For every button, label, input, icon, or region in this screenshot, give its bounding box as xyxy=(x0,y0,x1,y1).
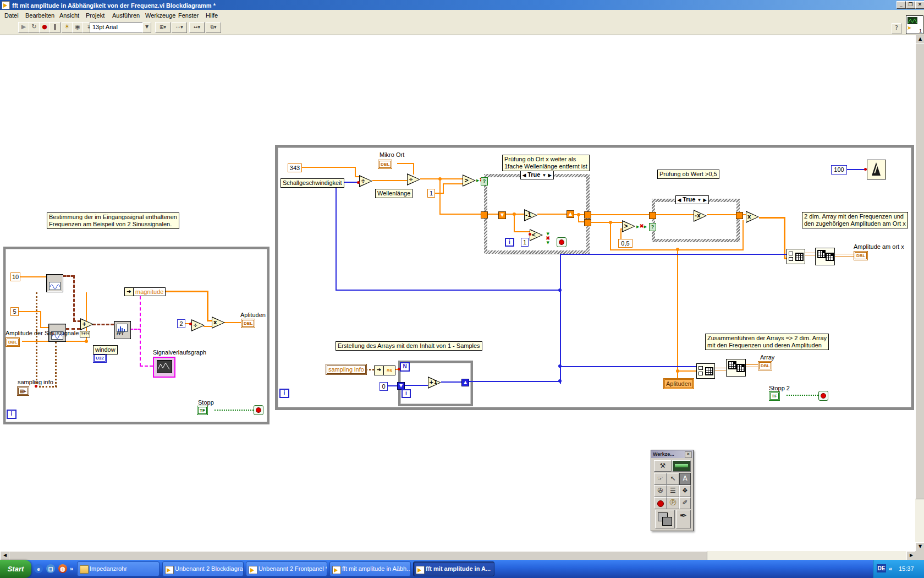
iteration-terminal-inner[interactable]: i xyxy=(505,238,514,247)
sampling-info-local-variable[interactable]: sampling info xyxy=(326,364,367,375)
align-objects-dropdown[interactable]: ⊞▾ xyxy=(155,22,170,33)
vi-icon[interactable]: ➤ 1 xyxy=(906,15,923,34)
decrement-node[interactable]: -1 xyxy=(524,209,537,221)
position-select-tool[interactable]: ↖ xyxy=(667,473,679,485)
increment-node[interactable]: +1 xyxy=(428,377,441,389)
menu-projekt[interactable]: Projekt xyxy=(84,11,107,20)
probe-tool[interactable]: Ⓟ xyxy=(667,497,679,509)
taskbar-button-unbenannt2-frontpanel[interactable]: Unbenannt 2 Frontpanel * xyxy=(246,561,327,576)
menu-bearbeiten[interactable]: Bearbeiten xyxy=(23,11,57,20)
menu-ansicht[interactable]: Ansicht xyxy=(57,11,81,20)
transpose-array-node-2[interactable] xyxy=(726,359,746,377)
abort-button[interactable]: ● xyxy=(39,22,50,33)
resize-objects-dropdown[interactable]: ↔▾ xyxy=(189,22,205,33)
menu-fenster[interactable]: Fenster xyxy=(176,11,201,20)
multiply-node-right[interactable]: x xyxy=(746,211,759,223)
unbundle-samples-field[interactable]: #s xyxy=(383,366,395,375)
conditional-terminal-inner[interactable] xyxy=(557,237,566,247)
divide-node-2[interactable]: ÷ xyxy=(407,173,420,186)
unbundle-arrow-icon[interactable]: ➔ xyxy=(124,287,134,296)
shift-register-left[interactable]: ▼ xyxy=(498,211,506,219)
build-array-node-2[interactable] xyxy=(696,363,715,379)
wait-ms-multiple-icon[interactable] xyxy=(867,160,886,179)
connect-wire-tool[interactable]: ✇ xyxy=(654,485,667,497)
language-indicator[interactable]: DE xyxy=(877,564,886,572)
case1-selector[interactable]: ◀ True ▼ ▶ xyxy=(520,171,554,179)
build-array-node-1[interactable] xyxy=(787,249,805,264)
distribute-objects-dropdown[interactable]: ⋯▾ xyxy=(172,22,187,33)
taskbar-button-impedanzrohr[interactable]: Impedanzrohr xyxy=(77,561,160,576)
quick-launch-desktop-icon[interactable]: ◻ xyxy=(46,564,55,573)
menu-datei[interactable]: Datei xyxy=(2,11,21,20)
for-shift-register-right[interactable]: ▲ xyxy=(461,379,469,386)
greater-node-2[interactable]: > xyxy=(622,220,635,232)
add-node[interactable]: + xyxy=(80,318,94,330)
case-prev-icon[interactable]: ◀ xyxy=(522,173,526,178)
case-prev-icon[interactable]: ◀ xyxy=(678,198,681,203)
for-shift-register-left[interactable]: ▼ xyxy=(397,382,405,390)
aplituden-dbl-indicator[interactable]: DBL xyxy=(241,319,255,328)
less-node[interactable]: < xyxy=(530,229,543,241)
case-next-icon[interactable]: ▶ xyxy=(703,198,707,203)
case-drop-icon[interactable]: ▼ xyxy=(542,173,547,178)
quick-launch-browser-icon[interactable]: ◍ xyxy=(58,564,67,573)
menu-hilfe[interactable]: Hilfe xyxy=(204,11,220,20)
reorder-dropdown[interactable]: ⧉▾ xyxy=(206,22,221,33)
scroll-hand-tool[interactable]: ❖ xyxy=(679,485,691,497)
menu-werkzeuge[interactable]: Werkzeuge xyxy=(143,11,178,20)
pause-button[interactable]: ‖ xyxy=(50,22,61,33)
aplituden-local-variable[interactable]: Aplituden xyxy=(663,378,694,389)
operate-value-tool[interactable]: ☞ xyxy=(654,473,667,485)
edit-text-tool[interactable]: A xyxy=(679,473,691,485)
auto-tool-led[interactable] xyxy=(672,460,691,472)
set-color-tool[interactable] xyxy=(655,510,675,528)
count-terminal-N[interactable]: N xyxy=(400,362,410,372)
highlight-execution-button[interactable]: ☀ xyxy=(62,22,73,33)
constant-10[interactable]: 10 xyxy=(10,272,20,281)
palette-close-icon[interactable]: ✕ xyxy=(685,451,692,458)
stopp2-tf-terminal[interactable]: TF xyxy=(769,391,780,401)
close-button[interactable]: ✕ xyxy=(915,1,924,9)
iteration-terminal-right[interactable]: i xyxy=(279,389,289,398)
menu-ausfuehren[interactable]: Ausführen xyxy=(110,11,142,20)
case1-input-tunnel[interactable] xyxy=(481,211,488,219)
vertical-scroll-thumb[interactable] xyxy=(915,43,924,499)
shift-register-right[interactable]: ▲ xyxy=(566,210,574,218)
case1-output-tunnel-b[interactable] xyxy=(584,219,591,226)
mikro-ort-dbl-terminal[interactable]: DBL xyxy=(378,160,392,169)
multiply-node-left[interactable]: x xyxy=(212,317,225,329)
breakpoint-tool[interactable] xyxy=(654,497,667,509)
minimize-button[interactable]: _ xyxy=(897,1,906,9)
paintbrush-tool[interactable]: ✒ xyxy=(676,510,691,528)
iteration-terminal-for[interactable]: i xyxy=(402,389,411,398)
case-drop-icon[interactable]: ▼ xyxy=(697,198,702,203)
case2-selector-terminal[interactable]: ? xyxy=(649,223,656,231)
stopp-tf-terminal[interactable]: TF xyxy=(197,406,208,415)
quick-launch-overflow[interactable]: » xyxy=(70,564,73,573)
retain-wire-values-button[interactable]: ◉ xyxy=(72,22,83,33)
shortcut-menu-tool[interactable]: ☰ xyxy=(667,485,679,497)
negate-node[interactable]: -x xyxy=(694,210,707,222)
magnitude-field[interactable]: magnitude xyxy=(133,287,166,296)
window-u32-terminal[interactable]: U32 xyxy=(93,353,107,363)
restore-button[interactable]: ❐ xyxy=(906,1,915,9)
case2-input-tunnel[interactable] xyxy=(649,212,656,219)
get-color-tool[interactable]: ✐ xyxy=(679,497,691,509)
tray-chevron[interactable]: « xyxy=(889,564,892,573)
waveform-graph-terminal[interactable] xyxy=(153,357,175,378)
start-button[interactable]: Start xyxy=(0,560,31,578)
title-bar[interactable]: fft mit amplitude in Aäbhängikeit von de… xyxy=(0,0,924,10)
conditional-terminal-left[interactable] xyxy=(254,405,263,415)
constant-1[interactable]: 1 xyxy=(427,189,435,198)
greater-node-1[interactable]: > xyxy=(463,175,476,187)
conditional-terminal-right[interactable] xyxy=(818,391,828,401)
taskbar-button-unbenannt2-blockdiagramm[interactable]: Unbenannt 2 Blockdiagra... xyxy=(162,561,244,576)
constant-5[interactable]: 5 xyxy=(10,307,19,316)
case-next-icon[interactable]: ▶ xyxy=(548,173,552,178)
amplitude-dbl-terminal[interactable]: DBL xyxy=(6,337,20,347)
run-continuous-button[interactable]: ↻ xyxy=(29,22,40,33)
case2-selector[interactable]: ◀ True ▼ ▶ xyxy=(675,195,709,204)
constant-1-inner[interactable]: 1 xyxy=(521,238,529,247)
transpose-array-node-1[interactable] xyxy=(815,248,835,265)
taskbar-button-fft-frontpanel[interactable]: fft mit amplitude in Aäbh... xyxy=(329,561,411,576)
